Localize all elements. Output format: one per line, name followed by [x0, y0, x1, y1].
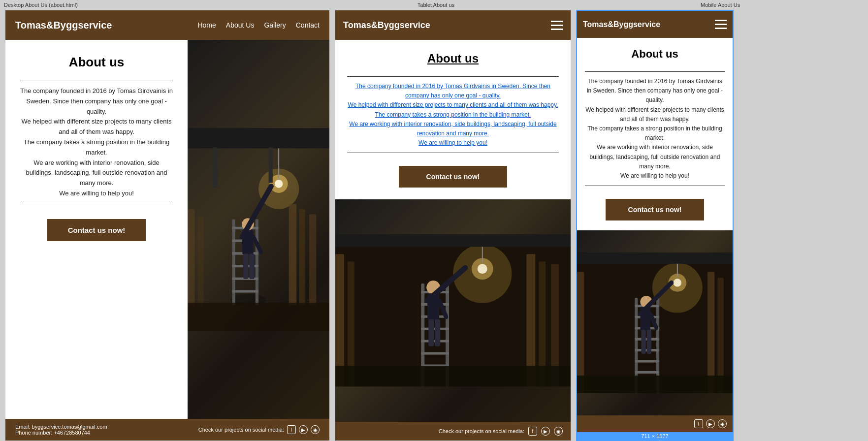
instagram-icon[interactable]: ◉: [311, 425, 320, 434]
svg-point-2: [275, 180, 283, 188]
tablet-preview: Tomas&Byggservice About us The company f…: [335, 10, 571, 441]
tablet-content-area: About us The company founded in 2016 by …: [335, 40, 571, 199]
desktop-main: About us The company founded in 2016 by …: [5, 40, 329, 419]
tablet-footer: Check our projects on social media: f ▶ …: [335, 422, 571, 441]
svg-rect-72: [635, 371, 659, 374]
tablet-about-body: The company founded in 2016 by Tomas Gir…: [347, 82, 559, 148]
facebook-icon[interactable]: f: [287, 425, 296, 434]
desktop-contact-button[interactable]: Contact us now!: [47, 219, 146, 241]
nav-home[interactable]: Home: [197, 21, 216, 29]
tablet-navbar: Tomas&Byggservice: [335, 10, 571, 40]
mobile-youtube-icon[interactable]: ▶: [706, 419, 715, 428]
tablet-image-placeholder: [335, 199, 571, 422]
desktop-footer-contact: Email: byggservice.tomas@gmail.com Phone…: [15, 424, 107, 436]
nav-gallery[interactable]: Gallery: [264, 21, 286, 29]
mobile-divider-top: [585, 71, 725, 72]
hamburger-line-2: [551, 25, 563, 26]
desktop-email: Email: byggservice.tomas@gmail.com: [15, 424, 107, 430]
mobile-hero-image: [577, 230, 733, 415]
svg-rect-71: [635, 360, 659, 362]
desktop-footer: Email: byggservice.tomas@gmail.com Phone…: [5, 419, 329, 441]
svg-rect-28: [335, 235, 571, 387]
tablet-divider-top: [347, 76, 559, 77]
mobile-about-title: About us: [631, 48, 678, 61]
desktop-brand: Tomas&Byggservice: [15, 20, 112, 31]
svg-point-58: [674, 279, 681, 286]
svg-rect-4: [213, 147, 217, 188]
svg-rect-25: [188, 209, 194, 305]
desktop-hero-image: [188, 40, 329, 419]
mobile-divider-bottom: [585, 186, 725, 186]
mobile-label: Mobile About Us: [701, 2, 740, 8]
youtube-icon[interactable]: ▶: [299, 425, 308, 434]
svg-rect-33: [335, 235, 571, 247]
desktop-preview: Tomas&Byggservice Home About Us Gallery …: [5, 10, 330, 441]
mobile-navbar: Tomas&Byggservice: [577, 11, 733, 38]
svg-rect-27: [188, 303, 329, 331]
svg-rect-78: [647, 330, 651, 354]
tablet-social-label: Check our projects on social media:: [439, 428, 524, 434]
svg-rect-77: [641, 330, 645, 354]
desktop-nav-links: Home About Us Gallery Contact: [197, 21, 320, 29]
svg-rect-5: [269, 147, 273, 183]
mobile-instagram-icon[interactable]: ◉: [718, 419, 727, 428]
svg-rect-53: [435, 319, 440, 346]
svg-rect-14: [232, 290, 258, 292]
mobile-hamburger-menu[interactable]: [715, 20, 727, 29]
svg-rect-54: [335, 366, 571, 387]
svg-rect-3: [188, 128, 329, 148]
mobile-image-placeholder: [577, 230, 733, 415]
mobile-contact-button[interactable]: Contact us now!: [606, 199, 704, 220]
svg-rect-23: [299, 209, 305, 305]
desktop-content-area: About us The company founded in 2016 by …: [5, 40, 188, 419]
mobile-content-area: About us The company founded in 2016 by …: [577, 38, 733, 230]
desktop-about-body: The company founded in 2016 by Tomas Gir…: [20, 86, 173, 199]
divider-top: [20, 81, 173, 81]
svg-rect-26: [198, 217, 204, 308]
nav-about[interactable]: About Us: [226, 21, 255, 29]
mobile-size-badge: 711 × 1577: [577, 432, 733, 440]
desktop-social-label: Check our projects on social media:: [198, 427, 284, 433]
desktop-phone: Phone number: +46728580744: [15, 430, 107, 436]
tablet-contact-button[interactable]: Contact us now!: [399, 166, 507, 188]
tablet-hero-image: [335, 199, 571, 422]
mobile-footer: f ▶ ◉: [577, 415, 733, 432]
svg-rect-20: [249, 253, 254, 279]
mobile-hamburger-line-1: [715, 20, 727, 21]
tablet-construction-svg: [335, 199, 571, 422]
construction-scene-svg: [188, 40, 329, 419]
hamburger-line-3: [551, 29, 563, 30]
svg-point-31: [478, 264, 487, 274]
tablet-divider-bottom: [347, 153, 559, 153]
tablet-instagram-icon[interactable]: ◉: [554, 427, 563, 436]
mobile-hamburger-line-2: [715, 24, 727, 25]
svg-rect-46: [421, 352, 449, 355]
tablet-about-title: About us: [427, 52, 479, 65]
desktop-navbar: Tomas&Byggservice Home About Us Gallery …: [5, 10, 329, 40]
desktop-label: Desktop About Us (about.html): [4, 2, 78, 8]
mobile-preview: Tomas&Byggservice About us The company f…: [576, 10, 734, 441]
desktop-about-title: About us: [69, 55, 125, 70]
tablet-brand: Tomas&Byggservice: [343, 20, 430, 31]
tablet-facebook-icon[interactable]: f: [528, 427, 537, 436]
mobile-hamburger-line-3: [715, 28, 727, 29]
previews-container: Tomas&Byggservice Home About Us Gallery …: [0, 10, 868, 441]
top-labels-bar: Desktop About Us (about.html) Tablet Abo…: [0, 0, 868, 10]
mobile-construction-svg: [577, 230, 733, 415]
svg-rect-19: [243, 253, 248, 279]
mobile-facebook-icon[interactable]: f: [694, 419, 703, 428]
tablet-youtube-icon[interactable]: ▶: [541, 427, 550, 436]
nav-contact[interactable]: Contact: [296, 21, 320, 29]
svg-rect-60: [577, 252, 733, 263]
svg-rect-62: [707, 272, 714, 393]
divider-bottom: [20, 204, 173, 204]
svg-rect-22: [289, 204, 296, 306]
svg-rect-52: [428, 319, 434, 346]
mobile-about-body: The company founded in 2016 by Tomas Gir…: [585, 77, 725, 181]
desktop-social: Check our projects on social media: f ▶ …: [198, 425, 320, 434]
svg-rect-24: [309, 214, 316, 305]
svg-rect-61: [577, 272, 584, 393]
mobile-brand: Tomas&Byggservice: [583, 20, 660, 29]
hamburger-menu[interactable]: [551, 21, 563, 30]
svg-rect-79: [577, 376, 733, 393]
